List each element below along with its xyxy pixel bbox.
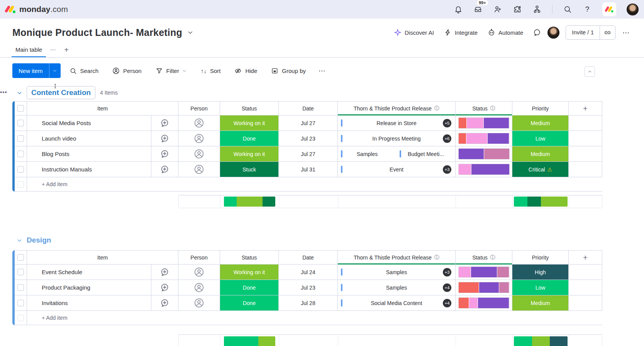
- user-avatar[interactable]: [627, 3, 639, 15]
- row-select-cell[interactable]: [15, 265, 27, 280]
- add-column-button[interactable]: +: [569, 102, 602, 115]
- collapse-group-icon[interactable]: [16, 237, 23, 244]
- column-header-priority[interactable]: Priority: [512, 102, 569, 115]
- linked-item-chip[interactable]: Budget Meeti...: [397, 146, 455, 161]
- date-cell[interactable]: Jul 27: [279, 115, 338, 131]
- product-switcher-icon[interactable]: [532, 5, 542, 14]
- info-icon[interactable]: ⓘ: [490, 254, 495, 261]
- person-cell[interactable]: [178, 162, 220, 177]
- summary-status-cell[interactable]: [220, 335, 279, 346]
- row-checkbox[interactable]: [17, 151, 24, 157]
- priority-cell[interactable]: Medium: [512, 295, 569, 310]
- connect-board-cell[interactable]: Release in Store +5: [338, 115, 456, 131]
- filter-button[interactable]: Filter: [151, 64, 192, 78]
- sort-button[interactable]: ↑↓ Sort: [196, 64, 226, 78]
- add-column-button[interactable]: +: [569, 251, 602, 264]
- summary-status-cell[interactable]: [220, 195, 279, 208]
- person-cell[interactable]: [178, 115, 220, 131]
- linked-item-chip[interactable]: Samples: [338, 146, 397, 161]
- info-icon[interactable]: ⓘ: [434, 254, 439, 261]
- row-checkbox[interactable]: [17, 284, 24, 291]
- chevron-down-icon[interactable]: [182, 68, 187, 73]
- collapse-toolbar-button[interactable]: [585, 66, 595, 77]
- connect-board-cell[interactable]: Social Media Content +4: [338, 295, 456, 310]
- help-icon[interactable]: ?: [583, 5, 592, 14]
- overflow-count-badge[interactable]: +5: [443, 119, 451, 127]
- board-owner-avatar[interactable]: [547, 27, 559, 39]
- add-update-cell[interactable]: [151, 295, 178, 310]
- discover-ai-button[interactable]: Discover AI: [390, 26, 437, 39]
- column-header-date[interactable]: Date: [279, 251, 338, 264]
- integrate-button[interactable]: Integrate: [441, 26, 481, 39]
- toolbar-more-button[interactable]: ⋯: [315, 64, 329, 78]
- date-cell[interactable]: Jul 27: [279, 146, 338, 161]
- select-all-cell[interactable]: [15, 102, 27, 115]
- column-header-connect-board[interactable]: Thorn & Thistle Product Release ⓘ: [338, 251, 456, 264]
- mirror-status-cell[interactable]: [456, 146, 512, 161]
- column-header-item[interactable]: Item: [27, 251, 178, 264]
- apps-marketplace-icon[interactable]: [513, 5, 522, 14]
- search-icon[interactable]: [563, 5, 572, 14]
- mirror-status-cell[interactable]: [456, 280, 512, 295]
- linked-item-chip[interactable]: Social Media Content: [338, 295, 455, 310]
- person-filter-button[interactable]: Person: [107, 64, 147, 78]
- group-title-editor[interactable]: Content Creation: [27, 86, 95, 99]
- linked-item-chip[interactable]: Samples: [338, 280, 455, 295]
- connect-board-cell[interactable]: SamplesBudget Meeti...: [338, 146, 456, 161]
- person-cell[interactable]: [178, 280, 220, 295]
- add-update-cell[interactable]: [151, 131, 178, 146]
- date-cell[interactable]: Jul 24: [279, 265, 338, 280]
- person-cell[interactable]: [178, 265, 220, 280]
- page-title[interactable]: Monique Product Launch- Marketing: [12, 27, 182, 38]
- status-cell[interactable]: Working on it: [220, 115, 279, 131]
- item-cell[interactable]: Product Packaging: [27, 280, 151, 295]
- column-header-priority[interactable]: Priority: [512, 251, 569, 264]
- new-item-dropdown-button[interactable]: [49, 63, 61, 78]
- board-menu-button[interactable]: ⋯: [619, 27, 634, 39]
- item-cell[interactable]: Launch video: [27, 131, 151, 146]
- status-cell[interactable]: Stuck: [220, 162, 279, 177]
- column-header-person[interactable]: Person: [178, 102, 220, 115]
- inbox-icon[interactable]: 99+: [473, 5, 483, 14]
- column-header-status[interactable]: Status: [220, 251, 279, 264]
- summary-priority-cell[interactable]: [513, 195, 569, 208]
- status-cell[interactable]: Done: [220, 295, 279, 310]
- invite-button[interactable]: Invite / 1: [566, 26, 600, 39]
- add-update-cell[interactable]: [151, 146, 178, 161]
- add-item-row[interactable]: + Add item: [15, 177, 602, 192]
- row-select-cell[interactable]: [15, 146, 27, 161]
- tab-main-table[interactable]: Main table: [12, 42, 46, 57]
- priority-cell[interactable]: Low: [512, 280, 569, 295]
- group-by-button[interactable]: Group by: [266, 64, 311, 78]
- priority-cell[interactable]: Critical⚠: [512, 162, 569, 177]
- collapse-group-icon[interactable]: [16, 90, 23, 96]
- linked-item-chip[interactable]: Release in Store: [338, 115, 455, 131]
- row-select-cell[interactable]: [15, 131, 27, 146]
- overflow-count-badge[interactable]: +4: [443, 299, 451, 307]
- chevron-down-icon[interactable]: [187, 29, 194, 36]
- new-item-button[interactable]: New item: [12, 63, 49, 78]
- priority-cell[interactable]: Low: [512, 131, 569, 146]
- person-cell[interactable]: [178, 295, 220, 310]
- column-header-date[interactable]: Date: [279, 102, 338, 115]
- add-update-cell[interactable]: [151, 265, 178, 280]
- column-header-mirror-status[interactable]: Status ⓘ: [456, 251, 512, 264]
- column-header-status[interactable]: Status: [220, 102, 279, 115]
- connect-board-cell[interactable]: Event +3: [338, 162, 456, 177]
- column-header-connect-board[interactable]: Thorn & Thistle Product Release ⓘ: [338, 102, 456, 115]
- board-updates-button[interactable]: [530, 26, 544, 39]
- status-cell[interactable]: Working on it: [220, 146, 279, 161]
- status-cell[interactable]: Working on it: [220, 265, 279, 280]
- mirror-status-cell[interactable]: [456, 162, 512, 177]
- invite-members-icon[interactable]: [493, 5, 502, 14]
- status-cell[interactable]: Done: [220, 280, 279, 295]
- mirror-status-cell[interactable]: [456, 115, 512, 131]
- add-update-cell[interactable]: [151, 162, 178, 177]
- connect-board-cell[interactable]: Samples +4: [338, 280, 456, 295]
- notifications-bell-icon[interactable]: [454, 5, 463, 14]
- add-item-button[interactable]: + Add item: [42, 181, 68, 187]
- priority-cell[interactable]: High: [512, 265, 569, 280]
- connect-board-cell[interactable]: Samples +3: [338, 265, 456, 280]
- person-cell[interactable]: [178, 146, 220, 161]
- automate-button[interactable]: Automate: [484, 26, 527, 39]
